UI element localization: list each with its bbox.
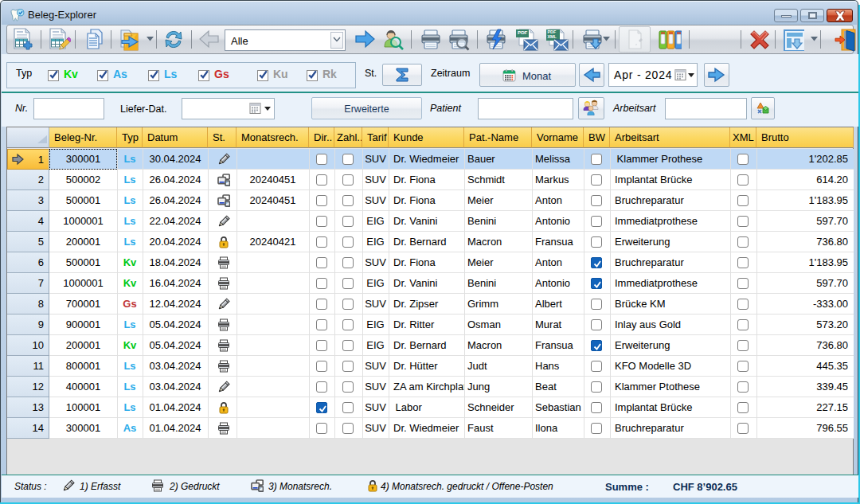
svg-text:XML: XML [548, 34, 557, 39]
svg-text:PDF: PDF [518, 29, 528, 35]
